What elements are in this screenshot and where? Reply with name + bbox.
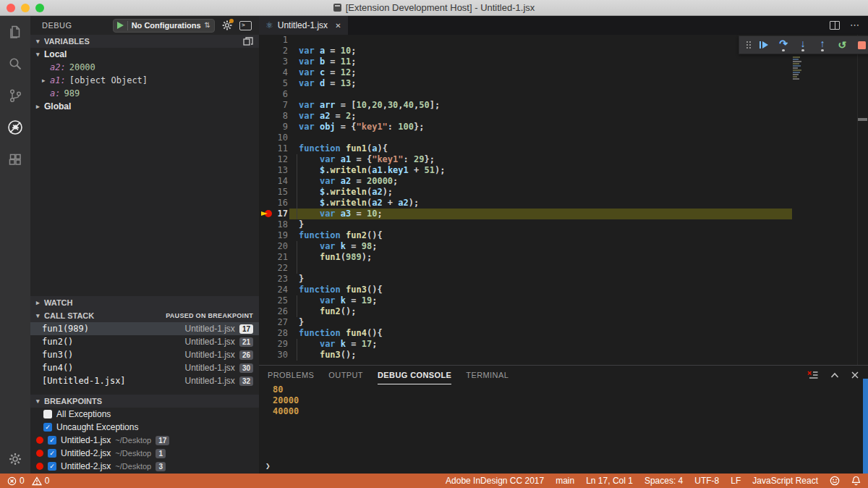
notifications-bell-icon[interactable] xyxy=(851,476,861,486)
restart-button[interactable]: ↺ xyxy=(836,38,848,51)
code-line[interactable]: 25 var k = 19; xyxy=(259,295,868,306)
checkbox[interactable]: ✓ xyxy=(48,449,56,458)
drag-handle-icon[interactable] xyxy=(746,44,748,46)
call-stack-frame[interactable]: fun1(989)Untitled-1.jsx17 xyxy=(30,322,259,335)
panel-tab-debug-console[interactable]: DEBUG CONSOLE xyxy=(378,366,451,384)
call-stack-header[interactable]: ▾ CALL STACK PAUSED ON BREAKPOINT xyxy=(30,309,259,322)
code-line[interactable]: 4var c = 12; xyxy=(259,67,868,78)
status-item[interactable]: Ln 17, Col 1 xyxy=(586,476,633,486)
code-line[interactable]: 20 var k = 98; xyxy=(259,241,868,252)
code-line[interactable]: 18} xyxy=(259,219,868,230)
code-line[interactable]: 16 $.writeln(a2 + a2); xyxy=(259,198,868,209)
close-window-button[interactable] xyxy=(7,4,15,12)
code-line[interactable]: 26 fun2(); xyxy=(259,306,868,317)
panel-tab-terminal[interactable]: TERMINAL xyxy=(466,366,509,384)
variables-header[interactable]: ▾ VARIABLES xyxy=(30,35,259,48)
editor-scrollbar-handle[interactable] xyxy=(858,118,867,121)
settings-button[interactable] xyxy=(0,452,30,466)
code-line[interactable]: 13 $.writeln(a1.key1 + 51); xyxy=(259,165,868,176)
sidebar-item-search[interactable] xyxy=(0,48,30,80)
variable-row[interactable]: ▸a1:[object Object] xyxy=(30,74,259,87)
status-item[interactable]: main xyxy=(556,476,574,486)
exception-breakpoint-row[interactable]: All Exceptions xyxy=(30,408,259,421)
checkbox[interactable] xyxy=(43,410,52,418)
variables-scope-global[interactable]: ▸Global xyxy=(30,100,259,113)
clear-console-icon[interactable] xyxy=(807,370,819,381)
code-line[interactable]: 11function fun1(a){ xyxy=(259,143,868,154)
feedback-smiley-icon[interactable] xyxy=(830,476,840,486)
call-stack-frame[interactable]: fun2()Untitled-1.jsx21 xyxy=(30,335,259,348)
code-line[interactable]: 10 xyxy=(259,132,868,143)
zoom-window-button[interactable] xyxy=(35,4,44,12)
configure-debug-button[interactable] xyxy=(221,20,233,31)
checkbox[interactable]: ✓ xyxy=(48,462,56,471)
sidebar-item-extensions[interactable] xyxy=(0,143,30,175)
continue-button[interactable] xyxy=(758,38,770,51)
code-line[interactable]: 17 var a3 = 10; xyxy=(259,209,868,219)
status-item[interactable]: UTF-8 xyxy=(694,476,719,486)
debug-console-output[interactable]: 802000040000 xyxy=(259,384,868,417)
tab-untitled-1[interactable]: ⚛ Untitled-1.jsx ✕ xyxy=(259,16,348,35)
sidebar-item-source-control[interactable] xyxy=(0,80,30,112)
close-panel-icon[interactable] xyxy=(851,371,859,379)
call-stack-frame[interactable]: [Untitled-1.jsx]Untitled-1.jsx32 xyxy=(30,374,259,387)
code-line[interactable]: 23} xyxy=(259,274,868,285)
warnings-indicator[interactable]: 0 xyxy=(32,476,50,486)
panel-scrollbar[interactable] xyxy=(863,379,868,474)
step-into-button[interactable]: ↓ xyxy=(797,38,809,51)
panel-tab-output[interactable]: OUTPUT xyxy=(328,366,363,384)
minimize-window-button[interactable] xyxy=(21,4,30,12)
code-line[interactable]: 15 $.writeln(a2); xyxy=(259,187,868,198)
status-item[interactable]: Adobe InDesign CC 2017 xyxy=(446,476,544,486)
variables-scope-local[interactable]: ▾Local xyxy=(30,48,259,61)
code-line[interactable]: 30 fun3(); xyxy=(259,350,868,361)
code-line[interactable]: 28function fun4(){ xyxy=(259,328,868,339)
code-line[interactable]: 21 fun1(989); xyxy=(259,252,868,263)
code-line[interactable]: 29 var k = 17; xyxy=(259,339,868,350)
panel-tab-problems[interactable]: PROBLEMS xyxy=(268,366,314,384)
code-line[interactable]: 12 var a1 = {"key1": 29}; xyxy=(259,154,868,165)
watch-header[interactable]: ▸ WATCH xyxy=(30,296,259,309)
split-editor-icon[interactable] xyxy=(830,21,840,30)
debug-configuration-dropdown[interactable]: No Configurations ⇅ xyxy=(113,19,215,33)
status-item[interactable]: JavaScript React xyxy=(752,476,818,486)
maximize-panel-icon[interactable] xyxy=(830,371,840,379)
code-line[interactable]: 24function fun3(){ xyxy=(259,285,868,295)
code-line[interactable]: 6 xyxy=(259,89,868,100)
code-line[interactable]: 27} xyxy=(259,317,868,328)
checkbox[interactable]: ✓ xyxy=(48,436,56,445)
sidebar-item-debug[interactable] xyxy=(0,112,30,143)
step-over-button[interactable]: ↷ xyxy=(778,38,789,51)
code-line[interactable]: 19function fun2(){ xyxy=(259,230,868,241)
console-prompt[interactable]: ❯ xyxy=(265,461,271,471)
code-line[interactable]: 22 xyxy=(259,263,868,274)
debug-console-toggle-button[interactable]: > xyxy=(239,21,252,30)
code-line[interactable]: 8var a2 = 2; xyxy=(259,111,868,122)
code-line[interactable]: 5var d = 13; xyxy=(259,78,868,89)
variable-row[interactable]: a2:20000 xyxy=(30,61,259,74)
code-line[interactable]: 9var obj = {"key1": 100}; xyxy=(259,122,868,132)
breakpoint-row[interactable]: ✓Untitled-2.jsx~/Desktop3 xyxy=(30,460,259,473)
minimap[interactable] xyxy=(793,56,807,80)
code-line[interactable]: 7var arr = [10,20,30,40,50]; xyxy=(259,100,868,111)
collapse-all-icon[interactable] xyxy=(243,37,253,46)
step-out-button[interactable]: ↑ xyxy=(817,38,828,51)
tab-close-icon[interactable]: ✕ xyxy=(335,22,341,30)
breakpoint-row[interactable]: ✓Untitled-2.jsx~/Desktop1 xyxy=(30,447,259,460)
start-debug-icon[interactable] xyxy=(117,22,124,29)
breakpoint-row[interactable]: ✓Untitled-1.jsx~/Desktop17 xyxy=(30,434,259,447)
more-actions-icon[interactable]: ⋯ xyxy=(850,22,859,29)
errors-indicator[interactable]: 0 xyxy=(7,476,25,486)
checkbox[interactable]: ✓ xyxy=(43,423,52,432)
code-editor[interactable]: 12var a = 10;3var b = 11;4var c = 12;5va… xyxy=(259,35,868,365)
sidebar-item-explorer[interactable] xyxy=(0,16,30,48)
call-stack-frame[interactable]: fun3()Untitled-1.jsx26 xyxy=(30,348,259,361)
status-item[interactable]: LF xyxy=(731,476,741,486)
exception-breakpoint-row[interactable]: ✓Uncaught Exceptions xyxy=(30,421,259,434)
code-line[interactable]: 3var b = 11; xyxy=(259,56,868,67)
status-item[interactable]: Spaces: 4 xyxy=(644,476,683,486)
code-line[interactable]: 14 var a2 = 20000; xyxy=(259,176,868,187)
stop-button[interactable] xyxy=(856,38,867,51)
call-stack-frame[interactable]: fun4()Untitled-1.jsx30 xyxy=(30,361,259,374)
variable-row[interactable]: a:989 xyxy=(30,87,259,100)
